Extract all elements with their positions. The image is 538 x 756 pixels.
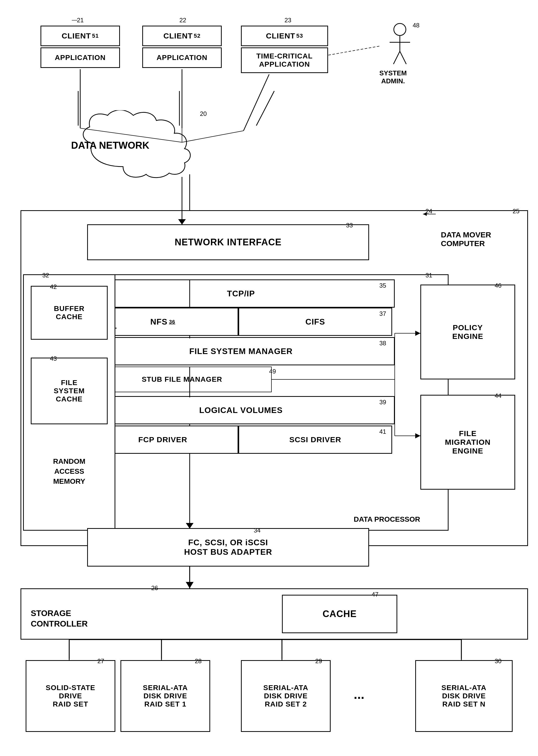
client52-outer-box: CLIENT 52 xyxy=(142,26,222,46)
client52-label: CLIENT xyxy=(164,31,193,40)
stub-file-manager-label: STUB FILE MANAGER xyxy=(142,375,222,384)
logical-volumes-label: LOGICAL VOLUMES xyxy=(199,405,283,415)
svg-text:DATA NETWORK: DATA NETWORK xyxy=(72,140,149,151)
storage-controller-outer-box xyxy=(21,588,528,640)
network-interface-label: NETWORK INTERFACE xyxy=(175,237,282,248)
stub-file-manager-box: STUB FILE MANAGER xyxy=(92,367,272,392)
ref47: 47 xyxy=(372,591,379,598)
file-system-manager-label: FILE SYSTEM MANAGER xyxy=(189,347,293,356)
tcp-ip-box: TCP/IP xyxy=(87,279,395,308)
policy-engine-label: POLICY ENGINE xyxy=(452,323,483,341)
client51-label: CLIENT xyxy=(62,31,91,40)
system-admin-person xyxy=(387,23,413,67)
data-mover-label: DATA MOVER COMPUTER xyxy=(441,222,491,248)
ellipsis-label: ... xyxy=(354,687,364,702)
serial-ata1-box: SERIAL-ATA DISK DRIVE RAID SET 1 xyxy=(121,660,210,732)
client51-app-label: APPLICATION xyxy=(55,54,106,62)
ref25: 25 xyxy=(512,208,519,215)
cache-box: CACHE xyxy=(282,595,397,633)
serial-ataN-box: SERIAL-ATA DISK DRIVE RAID SET N xyxy=(415,660,512,732)
svg-marker-42 xyxy=(186,582,193,588)
client52-subref: 52 xyxy=(194,32,200,39)
ref34: 34 xyxy=(254,527,261,534)
ref32: 32 xyxy=(42,272,49,279)
serial-ata1-label: SERIAL-ATA DISK DRIVE RAID SET 1 xyxy=(143,684,188,708)
tcp-ip-label: TCP/IP xyxy=(227,289,255,298)
data-network-cloud: DATA NETWORK xyxy=(72,110,302,182)
ref37: 37 xyxy=(379,310,386,317)
host-bus-adapter-box: FC, SCSI, OR iSCSI HOST BUS ADAPTER xyxy=(87,528,369,567)
ref46: 46 xyxy=(495,282,502,289)
nfs-ref: 36 xyxy=(169,319,175,325)
ssd-raid-label: SOLID-STATE DRIVE RAID SET xyxy=(46,684,95,708)
ram-label: RANDOM ACCESS MEMORY xyxy=(27,456,112,487)
ref24-arrow xyxy=(420,209,441,219)
svg-line-24 xyxy=(400,51,406,64)
client53-subref: 53 xyxy=(296,32,303,39)
ref49: 49 xyxy=(269,368,276,375)
file-migration-engine-label: FILE MIGRATION ENGINE xyxy=(445,429,491,455)
client51-subref: 51 xyxy=(92,32,99,39)
file-migration-engine-box: FILE MIGRATION ENGINE xyxy=(420,395,515,490)
ref23: 23 xyxy=(285,17,292,24)
ref42: 42 xyxy=(50,283,57,291)
cifs-label: CIFS xyxy=(305,317,325,327)
client51-app-box: APPLICATION xyxy=(40,47,120,68)
ref43: 43 xyxy=(50,355,57,362)
serial-ataN-label: SERIAL-ATA DISK DRIVE RAID SET N xyxy=(441,684,486,708)
client53-app-label: TIME-CRITICAL APPLICATION xyxy=(256,52,313,69)
scsi-driver-label: SCSI DRIVER xyxy=(290,435,342,444)
nfs-label: NFS xyxy=(150,317,167,327)
policy-engine-box: POLICY ENGINE xyxy=(420,285,515,379)
client53-app-box: TIME-CRITICAL APPLICATION xyxy=(241,47,328,73)
client51-outer-box: CLIENT 51 xyxy=(40,26,120,46)
scsi-driver-box: SCSI DRIVER xyxy=(239,426,392,454)
storage-controller-label: STORAGE CONTROLLER xyxy=(31,597,88,629)
ref30: 30 xyxy=(495,658,502,665)
host-bus-adapter-label: FC, SCSI, OR iSCSI HOST BUS ADAPTER xyxy=(184,538,272,557)
system-admin-label: SYSTEM ADMIN. xyxy=(379,69,407,85)
ref44: 44 xyxy=(495,392,502,400)
serial-ata2-label: SERIAL-ATA DISK DRIVE RAID SET 2 xyxy=(263,684,308,708)
cifs-box: CIFS xyxy=(239,308,392,336)
svg-marker-27 xyxy=(423,212,427,216)
data-processor-label: DATA PROCESSOR xyxy=(354,515,420,523)
ssd-raid-box: SOLID-STATE DRIVE RAID SET xyxy=(26,660,115,732)
ref29: 29 xyxy=(315,658,322,665)
cache-label: CACHE xyxy=(322,609,356,620)
client53-label: CLIENT xyxy=(266,31,295,40)
file-system-cache-box: FILE SYSTEM CACHE xyxy=(31,357,108,424)
ref26: 26 xyxy=(151,584,158,592)
network-interface-box: NETWORK INTERFACE xyxy=(87,224,369,260)
ref35: 35 xyxy=(379,282,386,289)
buffer-cache-box: BUFFER CACHE xyxy=(31,286,108,340)
client52-app-label: APPLICATION xyxy=(157,54,208,62)
logical-volumes-box: LOGICAL VOLUMES xyxy=(87,396,395,424)
svg-marker-20 xyxy=(186,582,193,588)
fcp-driver-label: FCP DRIVER xyxy=(138,435,187,444)
buffer-cache-label: BUFFER CACHE xyxy=(54,304,84,321)
client52-app-box: APPLICATION xyxy=(142,47,222,68)
file-system-manager-box: FILE SYSTEM MANAGER xyxy=(87,337,395,365)
serial-ata2-box: SERIAL-ATA DISK DRIVE RAID SET 2 xyxy=(241,660,331,732)
diagram: CLIENT 51 APPLICATION 21 — CLIENT 52 APP… xyxy=(0,0,538,756)
client53-outer-box: CLIENT 53 xyxy=(241,26,328,46)
ref39: 39 xyxy=(379,399,386,406)
file-system-cache-label: FILE SYSTEM CACHE xyxy=(54,379,84,403)
ref31: 31 xyxy=(425,272,432,279)
ref48: 48 xyxy=(413,22,420,29)
svg-line-23 xyxy=(394,51,400,64)
ref21: 21 xyxy=(77,17,84,24)
ref38: 38 xyxy=(379,340,386,347)
ref20: 20 xyxy=(200,110,207,117)
ref41: 41 xyxy=(379,428,386,435)
ref22: 22 xyxy=(180,17,186,24)
ref27: 27 xyxy=(97,658,104,665)
ref28: 28 xyxy=(195,658,202,665)
ref33: 33 xyxy=(346,222,353,229)
